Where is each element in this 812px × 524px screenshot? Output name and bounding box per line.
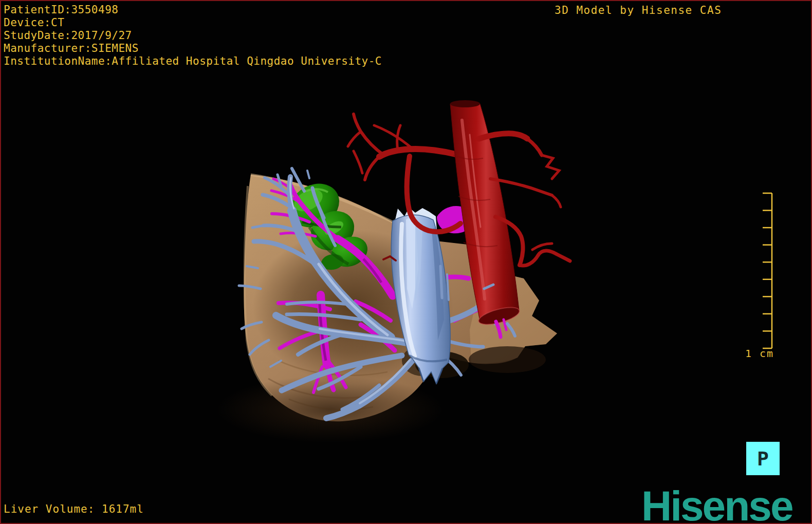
patient-info-line: Manufacturer:SIEMENS (4, 42, 382, 55)
watermark-text: 3D Model by Hisense CAS (555, 4, 722, 16)
orientation-marker-posterior: P (746, 442, 780, 475)
scale-label: 1 cm (745, 347, 774, 360)
patient-info-block: PatientID:3550498Device:CTStudyDate:2017… (4, 4, 382, 68)
hisense-logo: Hisense (641, 482, 792, 524)
viewer-window: PatientID:3550498Device:CTStudyDate:2017… (0, 0, 812, 524)
scale-ruler (761, 190, 774, 351)
patient-info-line: Device:CT (4, 16, 382, 29)
liver-3d-model (1, 1, 811, 523)
patient-info-line: StudyDate:2017/9/27 (4, 29, 382, 42)
orientation-marker-letter: P (757, 449, 769, 469)
liver-volume-text: Liver Volume: 1617ml (4, 503, 144, 515)
patient-info-line: InstitutionName:Affiliated Hospital Qing… (4, 55, 382, 68)
patient-info-line: PatientID:3550498 (4, 4, 382, 16)
